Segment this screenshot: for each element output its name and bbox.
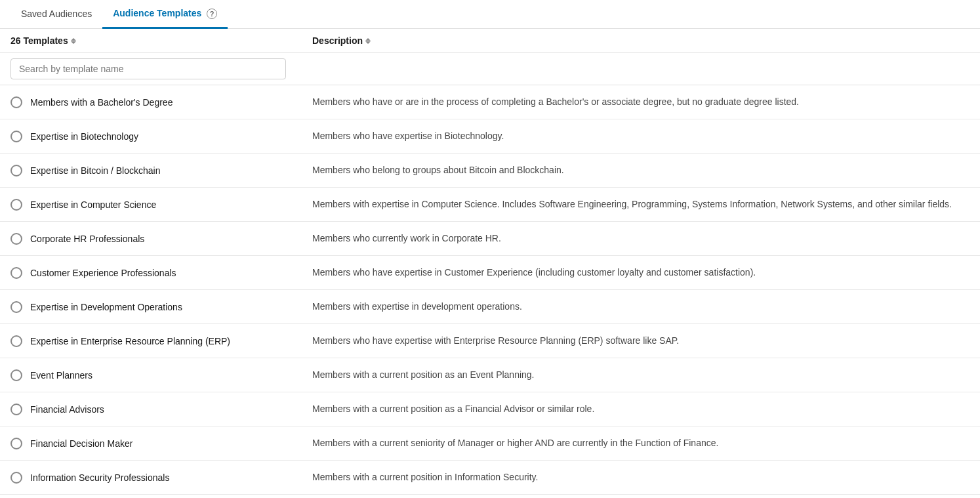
description-col-label: Description [312, 35, 363, 46]
tabs-bar: Saved Audiences Audience Templates ? [0, 0, 980, 29]
table-row: Event Planners Members with a current po… [0, 358, 980, 392]
row-radio-button[interactable] [10, 96, 22, 108]
table-row: Expertise in Biotechnology Members who h… [0, 119, 980, 154]
col-desc-header: Description [312, 35, 970, 46]
table-body: Members with a Bachelor's Degree Members… [0, 85, 980, 495]
row-desc-cell: Members who have expertise in Customer E… [312, 257, 970, 289]
row-name-label: Event Planners [30, 370, 92, 381]
row-radio-button[interactable] [10, 369, 22, 381]
table-row: Financial Decision Maker Members with a … [0, 426, 980, 461]
tab-saved-audiences[interactable]: Saved Audiences [10, 1, 102, 29]
row-radio-button[interactable] [10, 438, 22, 449]
row-name-cell: Expertise in Bitcoin / Blockchain [10, 156, 312, 186]
help-icon[interactable]: ? [207, 9, 217, 19]
row-radio-button[interactable] [10, 165, 22, 176]
row-radio-button[interactable] [10, 335, 22, 347]
row-desc-cell: Members who have or are in the process o… [312, 87, 970, 118]
row-name-cell: Expertise in Development Operations [10, 292, 312, 322]
table-header: 26 Templates Description [0, 29, 980, 53]
table-row: Corporate HR Professionals Members who c… [0, 222, 980, 256]
sort-name-icon[interactable] [71, 38, 76, 44]
row-desc-cell: Members with a current seniority of Mana… [312, 428, 970, 459]
row-radio-button[interactable] [10, 131, 22, 142]
row-radio-button[interactable] [10, 267, 22, 279]
row-desc-cell: Members with a current position as a Fin… [312, 394, 970, 425]
row-desc-cell: Members who have expertise in Biotechnol… [312, 121, 970, 152]
row-name-cell: Customer Experience Professionals [10, 258, 312, 288]
row-name-label: Members with a Bachelor's Degree [30, 97, 173, 108]
row-name-label: Customer Experience Professionals [30, 268, 176, 278]
table-row: Expertise in Bitcoin / Blockchain Member… [0, 154, 980, 188]
row-desc-cell: Members who currently work in Corporate … [312, 223, 970, 255]
row-name-label: Information Security Professionals [30, 472, 169, 483]
row-name-cell: Financial Advisors [10, 394, 312, 425]
row-desc-cell: Members with expertise in development op… [312, 291, 970, 323]
row-name-cell: Expertise in Enterprise Resource Plannin… [10, 326, 312, 356]
table-row: Information Security Professionals Membe… [0, 461, 980, 495]
row-desc-cell: Members with a current position in Infor… [312, 462, 970, 493]
row-name-cell: Information Security Professionals [10, 463, 312, 493]
table-row: Expertise in Enterprise Resource Plannin… [0, 324, 980, 358]
row-name-cell: Financial Decision Maker [10, 428, 312, 459]
row-radio-button[interactable] [10, 199, 22, 211]
search-row [0, 53, 980, 85]
table-row: Members with a Bachelor's Degree Members… [0, 85, 980, 119]
row-desc-cell: Members with a current position as an Ev… [312, 360, 970, 391]
row-radio-button[interactable] [10, 233, 22, 245]
col-name-header: 26 Templates [10, 35, 312, 46]
row-radio-button[interactable] [10, 472, 22, 484]
row-desc-cell: Members who belong to groups about Bitco… [312, 155, 970, 186]
row-name-label: Financial Decision Maker [30, 438, 133, 449]
row-name-cell: Members with a Bachelor's Degree [10, 87, 312, 117]
row-name-label: Expertise in Biotechnology [30, 131, 138, 142]
row-radio-button[interactable] [10, 404, 22, 415]
templates-count-label: 26 Templates [10, 35, 68, 46]
row-name-label: Expertise in Development Operations [30, 302, 182, 312]
row-name-label: Expertise in Bitcoin / Blockchain [30, 165, 160, 176]
table-row: Expertise in Development Operations Memb… [0, 290, 980, 324]
table-row: Financial Advisors Members with a curren… [0, 392, 980, 426]
row-name-cell: Corporate HR Professionals [10, 224, 312, 254]
sort-desc-icon[interactable] [365, 38, 371, 44]
row-name-cell: Expertise in Computer Science [10, 190, 312, 220]
table-row: Customer Experience Professionals Member… [0, 256, 980, 290]
row-name-label: Financial Advisors [30, 404, 104, 415]
row-desc-cell: Members who have expertise with Enterpri… [312, 325, 970, 357]
row-radio-button[interactable] [10, 301, 22, 313]
table-row: Expertise in Computer Science Members wi… [0, 188, 980, 222]
row-name-label: Expertise in Enterprise Resource Plannin… [30, 336, 230, 346]
row-name-label: Corporate HR Professionals [30, 234, 144, 244]
row-name-cell: Event Planners [10, 360, 312, 390]
row-desc-cell: Members with expertise in Computer Scien… [312, 189, 970, 220]
tab-audience-templates[interactable]: Audience Templates ? [102, 0, 228, 29]
row-name-cell: Expertise in Biotechnology [10, 121, 312, 152]
row-name-label: Expertise in Computer Science [30, 199, 156, 210]
search-input[interactable] [10, 58, 286, 79]
